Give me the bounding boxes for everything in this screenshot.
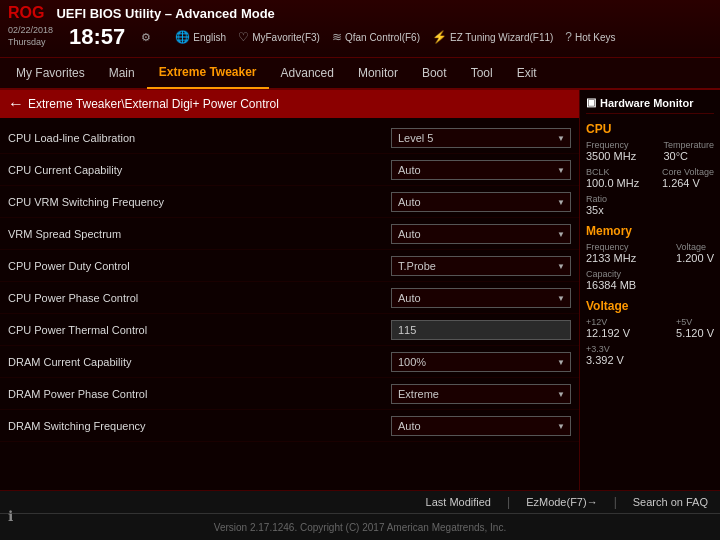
hw-cpu-row-1: BCLK 100.0 MHz Core Voltage 1.264 V [586, 167, 714, 191]
hw-memory-section-title: Memory [586, 224, 714, 238]
setting-control-0[interactable]: Level 5 [391, 128, 571, 148]
setting-select-4[interactable]: T.Probe [391, 256, 571, 276]
nav-main[interactable]: Main [97, 57, 147, 89]
hw-voltage-section-title: Voltage [586, 299, 714, 313]
nav-bar: My Favorites Main Extreme Tweaker Advanc… [0, 58, 720, 90]
monitor-icon: ▣ [586, 96, 596, 109]
hw-12v-value: 12.192 V [586, 327, 630, 339]
copyright-text: Version 2.17.1246. Copyright (C) 2017 Am… [214, 522, 506, 533]
breadcrumb-text: Extreme Tweaker\External Digi+ Power Con… [28, 97, 279, 111]
setting-select-7[interactable]: 100% [391, 352, 571, 372]
setting-row-cpu-power-duty: CPU Power Duty Control T.Probe [0, 250, 579, 282]
setting-row-cpu-current: CPU Current Capability Auto [0, 154, 579, 186]
setting-select-0[interactable]: Level 5 [391, 128, 571, 148]
setting-label-1: CPU Current Capability [8, 164, 391, 176]
setting-row-cpu-vrm-freq: CPU VRM Switching Frequency Auto [0, 186, 579, 218]
setting-control-4[interactable]: T.Probe [391, 256, 571, 276]
hw-cpu-freq-value: 3500 MHz [586, 150, 636, 162]
hw-mem-row-0: Frequency 2133 MHz Voltage 1.200 V [586, 242, 714, 266]
hw-ratio-value: 35x [586, 204, 607, 216]
info-icon[interactable]: ℹ [8, 508, 13, 524]
nav-advanced[interactable]: Advanced [269, 57, 346, 89]
setting-select-5[interactable]: Auto [391, 288, 571, 308]
setting-label-3: VRM Spread Spectrum [8, 228, 391, 240]
ezmode-btn[interactable]: EzMode(F7)→ [526, 496, 598, 508]
hotkeys-icon: ? [565, 30, 572, 44]
heart-icon: ♡ [238, 30, 249, 44]
time-display: 18:57 [69, 24, 125, 50]
setting-label-8: DRAM Power Phase Control [8, 388, 391, 400]
setting-label-5: CPU Power Phase Control [8, 292, 391, 304]
breadcrumb[interactable]: ← Extreme Tweaker\External Digi+ Power C… [0, 90, 579, 118]
hw-corevolt-label: Core Voltage [662, 167, 714, 177]
nav-extreme-tweaker[interactable]: Extreme Tweaker [147, 57, 269, 89]
hw-12v-label: +12V [586, 317, 630, 327]
setting-input-6[interactable] [391, 320, 571, 340]
toolbar-hotkeys[interactable]: ? Hot Keys [565, 30, 615, 44]
setting-row-dram-power-phase: DRAM Power Phase Control Extreme [0, 378, 579, 410]
search-faq-btn[interactable]: Search on FAQ [633, 496, 708, 508]
globe-icon: 🌐 [175, 30, 190, 44]
hw-capacity-label: Capacity [586, 269, 636, 279]
setting-label-6: CPU Power Thermal Control [8, 324, 391, 336]
date-display: 02/22/2018Thursday [8, 25, 53, 48]
setting-select-9[interactable]: Auto [391, 416, 571, 436]
hw-cpu-row-2: Ratio 35x [586, 194, 714, 218]
setting-control-3[interactable]: Auto [391, 224, 571, 244]
setting-row-cpu-power-phase: CPU Power Phase Control Auto [0, 282, 579, 314]
setting-row-cpu-loadline: CPU Load-line Calibration Level 5 [0, 122, 579, 154]
hw-cpu-temp-label: Temperature [663, 140, 714, 150]
hw-mem-volt-value: 1.200 V [676, 252, 714, 264]
hw-mem-freq-value: 2133 MHz [586, 252, 636, 264]
setting-select-1[interactable]: Auto [391, 160, 571, 180]
setting-label-7: DRAM Current Capability [8, 356, 391, 368]
setting-row-vrm-spread: VRM Spread Spectrum Auto [0, 218, 579, 250]
hw-cpu-section-title: CPU [586, 122, 714, 136]
toolbar-eztuning[interactable]: ⚡ EZ Tuning Wizard(F11) [432, 30, 553, 44]
nav-my-favorites[interactable]: My Favorites [4, 57, 97, 89]
toolbar-qfan[interactable]: ≋ Qfan Control(F6) [332, 30, 420, 44]
toolbar-language[interactable]: 🌐 English [175, 30, 226, 44]
hw-cpu-row-0: Frequency 3500 MHz Temperature 30°C [586, 140, 714, 164]
bottom-bar: Last Modified | EzMode(F7)→ | Search on … [0, 490, 720, 540]
setting-control-9[interactable]: Auto [391, 416, 571, 436]
setting-select-2[interactable]: Auto [391, 192, 571, 212]
setting-row-dram-switching: DRAM Switching Frequency Auto [0, 410, 579, 442]
last-modified-btn[interactable]: Last Modified [426, 496, 491, 508]
hw-monitor-title: ▣ Hardware Monitor [586, 96, 714, 114]
hw-bclk-label: BCLK [586, 167, 639, 177]
copyright-bar: Version 2.17.1246. Copyright (C) 2017 Am… [0, 514, 720, 540]
hw-capacity-value: 16384 MB [586, 279, 636, 291]
setting-label-0: CPU Load-line Calibration [8, 132, 391, 144]
setting-label-9: DRAM Switching Frequency [8, 420, 391, 432]
hw-mem-volt-label: Voltage [676, 242, 714, 252]
fan-icon: ≋ [332, 30, 342, 44]
setting-control-7[interactable]: 100% [391, 352, 571, 372]
nav-tool[interactable]: Tool [459, 57, 505, 89]
title-bar: ROG UEFI BIOS Utility – Advanced Mode 02… [0, 0, 720, 58]
hw-ratio-label: Ratio [586, 194, 607, 204]
nav-boot[interactable]: Boot [410, 57, 459, 89]
hw-cpu-freq-label: Frequency [586, 140, 636, 150]
wizard-icon: ⚡ [432, 30, 447, 44]
nav-exit[interactable]: Exit [505, 57, 549, 89]
hw-5v-value: 5.120 V [676, 327, 714, 339]
setting-control-1[interactable]: Auto [391, 160, 571, 180]
setting-select-3[interactable]: Auto [391, 224, 571, 244]
hw-mem-freq-label: Frequency [586, 242, 636, 252]
rog-icon: ROG [8, 4, 44, 22]
hw-mem-row-1: Capacity 16384 MB [586, 269, 714, 293]
toolbar-myfavorite[interactable]: ♡ MyFavorite(F3) [238, 30, 320, 44]
nav-monitor[interactable]: Monitor [346, 57, 410, 89]
hw-5v-label: +5V [676, 317, 714, 327]
setting-label-4: CPU Power Duty Control [8, 260, 391, 272]
back-arrow-icon[interactable]: ← [8, 95, 24, 113]
setting-control-8[interactable]: Extreme [391, 384, 571, 404]
setting-label-2: CPU VRM Switching Frequency [8, 196, 391, 208]
setting-select-8[interactable]: Extreme [391, 384, 571, 404]
setting-control-5[interactable]: Auto [391, 288, 571, 308]
hw-bclk-value: 100.0 MHz [586, 177, 639, 189]
bottom-toolbar: Last Modified | EzMode(F7)→ | Search on … [0, 491, 720, 514]
gear-icon[interactable]: ⚙ [141, 31, 151, 44]
setting-control-2[interactable]: Auto [391, 192, 571, 212]
